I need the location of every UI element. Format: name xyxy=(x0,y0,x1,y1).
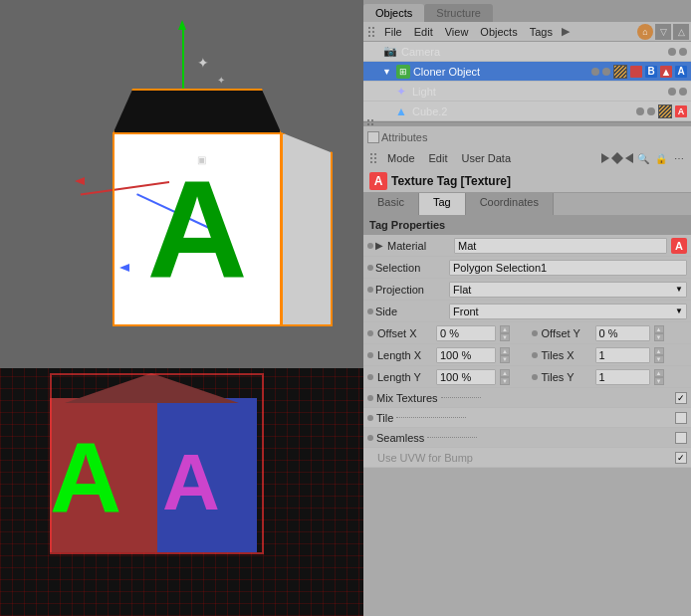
camera-icon: 📷 xyxy=(382,44,398,60)
menu-handle[interactable] xyxy=(368,27,374,37)
vis-dot-light xyxy=(668,88,676,96)
tab-objects[interactable]: Objects xyxy=(363,4,424,22)
obj-row-light[interactable]: ✦ Light xyxy=(363,82,691,102)
cube-right-face xyxy=(281,132,331,326)
length-x-label: Length X xyxy=(377,349,432,361)
obj-row-cloner[interactable]: ▼ ⊞ Cloner Object B ▲ A xyxy=(363,62,691,82)
nav-icon-2[interactable]: △ xyxy=(673,24,689,40)
attr-enabled-checkbox[interactable] xyxy=(367,131,379,143)
tiles-y-value[interactable]: 1 xyxy=(595,369,650,385)
projection-value[interactable]: Flat ▼ xyxy=(449,282,687,298)
content-tabs: Basic Tag Coordinates xyxy=(363,193,691,215)
attr-header: Attributes xyxy=(363,127,691,147)
mix-textures-checkbox[interactable] xyxy=(675,392,687,404)
length-y-value[interactable]: 100 % xyxy=(436,369,496,385)
mix-dots xyxy=(441,397,481,398)
tab-tag[interactable]: Tag xyxy=(419,193,466,215)
offset-x-down[interactable]: ▼ xyxy=(500,333,510,341)
material-value[interactable]: Mat xyxy=(454,238,667,254)
prop-dot-offx xyxy=(367,330,373,336)
home-icon[interactable]: ⌂ xyxy=(637,24,653,40)
object-list: 📷 Camera ▼ ⊞ Cloner Object B ▲ A xyxy=(363,42,691,121)
attr-search-icon[interactable]: 🔍 xyxy=(635,150,651,166)
menu-edit[interactable]: Edit xyxy=(409,25,438,39)
tiles-y-stepper[interactable]: ▲ ▼ xyxy=(654,369,664,385)
length-x-stepper[interactable]: ▲ ▼ xyxy=(500,347,510,363)
tab-basic[interactable]: Basic xyxy=(363,193,419,215)
prop-row-offset: Offset X 0 % ▲ ▼ Offset Y 0 % ▲ ▼ xyxy=(363,322,691,344)
attr-nav-next[interactable] xyxy=(625,153,633,163)
length-y-stepper[interactable]: ▲ ▼ xyxy=(500,369,510,385)
menu-tags[interactable]: Tags xyxy=(525,25,558,39)
viewport-bottom[interactable]: A A xyxy=(0,368,363,616)
attr-userdata-btn[interactable]: User Data xyxy=(456,150,518,166)
attr-edit-btn[interactable]: Edit xyxy=(423,150,454,166)
x-axis-tip xyxy=(75,177,85,185)
prop-dot-lx xyxy=(367,352,373,358)
cube-b-left-face: A xyxy=(50,398,159,552)
nav-icon[interactable]: ▽ xyxy=(655,24,671,40)
attr-home[interactable] xyxy=(611,152,623,164)
menu-view[interactable]: View xyxy=(440,25,474,39)
expand-cloner[interactable]: ▼ xyxy=(382,67,391,77)
attr-mode-btn[interactable]: Mode xyxy=(381,150,421,166)
attr-handle[interactable] xyxy=(370,153,376,163)
tab-structure[interactable]: Structure xyxy=(424,4,493,22)
prop-row-projection: Projection Flat ▼ xyxy=(363,279,691,301)
obj-row-cube[interactable]: ▲ Cube.2 A xyxy=(363,102,691,121)
tx-up[interactable]: ▲ xyxy=(654,347,664,355)
attr-nav-prev[interactable] xyxy=(601,153,609,163)
cube-top-face xyxy=(113,90,282,134)
vis-dot-camera xyxy=(668,48,676,56)
offset-x-up[interactable]: ▲ xyxy=(500,325,510,333)
selection-label: Selection xyxy=(375,262,447,274)
obj-row-camera[interactable]: 📷 Camera xyxy=(363,42,691,62)
length-y-label: Length Y xyxy=(377,371,432,383)
offset-x-value[interactable]: 0 % xyxy=(436,325,496,341)
length-x-value[interactable]: 100 % xyxy=(436,347,496,363)
seamless-checkbox[interactable] xyxy=(675,432,687,444)
tag-props-section-header: Tag Properties xyxy=(363,215,691,235)
uvw-checkbox[interactable] xyxy=(675,452,687,464)
menu-objects[interactable]: Objects xyxy=(475,25,522,39)
attr-lock-icon[interactable]: 🔒 xyxy=(653,150,669,166)
tile-checkbox[interactable] xyxy=(675,412,687,424)
selection-value[interactable]: Polygon Selection1 xyxy=(449,260,687,276)
tiles-x-stepper[interactable]: ▲ ▼ xyxy=(654,347,664,363)
ty-up[interactable]: ▲ xyxy=(654,369,664,377)
offset-y-value[interactable]: 0 % xyxy=(595,325,650,341)
seamless-label: Seamless xyxy=(376,432,672,444)
prop-dot-selection xyxy=(367,265,373,271)
tile-label: Tile xyxy=(376,412,672,424)
prop-dot-ty xyxy=(532,374,538,380)
lx-up[interactable]: ▲ xyxy=(500,347,510,355)
offset-y-stepper[interactable]: ▲ ▼ xyxy=(654,325,664,341)
helper-cross-1: ✦ xyxy=(197,55,209,71)
attr-title: Attributes xyxy=(381,131,427,143)
material-a-btn[interactable]: A xyxy=(671,238,687,254)
viewport-top[interactable]: A ✦ ✦ ▣ xyxy=(0,0,363,368)
light-icon: ✦ xyxy=(393,84,409,100)
lx-down[interactable]: ▼ xyxy=(500,355,510,363)
attr-more-icon[interactable]: ⋯ xyxy=(671,150,687,166)
ly-up[interactable]: ▲ xyxy=(500,369,510,377)
offset-y-down[interactable]: ▼ xyxy=(654,333,664,341)
tx-down[interactable]: ▼ xyxy=(654,355,664,363)
tiles-x-label: Tiles X xyxy=(542,349,591,361)
tag-blue-b2: A xyxy=(675,66,687,78)
side-value[interactable]: Front ▼ xyxy=(449,304,687,319)
side-label: Side xyxy=(375,306,447,317)
offset-y-up[interactable]: ▲ xyxy=(654,325,664,333)
z-axis-tip xyxy=(119,264,129,272)
tiles-x-value[interactable]: 1 xyxy=(595,347,650,363)
menu-file[interactable]: File xyxy=(379,25,407,39)
ty-down[interactable]: ▼ xyxy=(654,377,664,385)
offset-y-label: Offset Y xyxy=(542,327,591,339)
menu-arrow[interactable]: ▶ xyxy=(562,25,570,38)
expand-material[interactable]: ▶ xyxy=(375,240,383,251)
projection-arrow: ▼ xyxy=(675,285,683,294)
ly-down[interactable]: ▼ xyxy=(500,377,510,385)
tab-coordinates[interactable]: Coordinates xyxy=(466,193,554,215)
uvw-label: Use UVW for Bump xyxy=(367,452,672,464)
offset-x-stepper[interactable]: ▲ ▼ xyxy=(500,325,510,341)
